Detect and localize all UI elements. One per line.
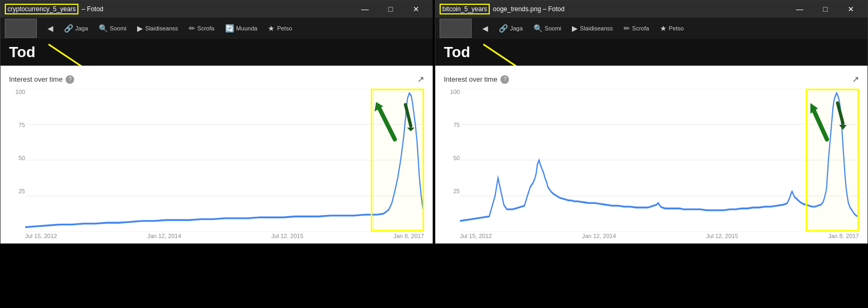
minimize-btn-left[interactable]: — <box>353 1 377 18</box>
tod-text-right: Tod <box>444 44 470 61</box>
toolbar-share-right[interactable]: 🔗Jaga <box>495 22 527 35</box>
y-axis-left: 100 75 50 25 <box>9 89 25 232</box>
svg-line-9 <box>379 107 395 139</box>
close-btn-right[interactable]: ✕ <box>839 1 863 18</box>
svg-marker-23 <box>839 125 847 130</box>
window-right: bitcoin_5_years ooge_trends.png – Fotod … <box>435 0 868 244</box>
titlebar-right: bitcoin_5_years ooge_trends.png – Fotod … <box>435 1 867 18</box>
toolbar-left: ◀ 🔗Jaga 🔍Soomi ▶Slaidiseanss ✏Scrofa 🔄Mu… <box>1 18 433 39</box>
share-chart-icon-right[interactable]: ↗ <box>852 74 859 84</box>
chart-title-right: Interest over time ? <box>444 75 509 84</box>
toolbar-edit-right[interactable]: ✏Scrofa <box>619 22 654 35</box>
chart-header-left: Interest over time ? ↗ <box>9 74 424 84</box>
titlebar-controls-right: — □ ✕ <box>787 1 863 18</box>
chart-svg-right <box>460 89 859 232</box>
toolbar-favorite-left[interactable]: ★Petso <box>264 22 296 35</box>
chart-area-left: Interest over time ? ↗ 100 75 50 25 <box>1 66 433 243</box>
thumbnail-left <box>5 19 37 38</box>
chart-area-right: Interest over time ? ↗ 100 75 50 25 <box>435 66 867 243</box>
chart-container-right: 100 75 50 25 <box>444 89 859 232</box>
minimize-btn-right[interactable]: — <box>787 1 812 18</box>
y-axis-right: 100 75 50 25 <box>444 89 460 232</box>
titlebar-left: cryptocurrency_5_years – Fotod — □ ✕ <box>1 1 433 18</box>
toolbar-favorite-right[interactable]: ★Petso <box>656 22 688 35</box>
title-rest-left: – Fotod <box>82 5 103 13</box>
toolbar-slideshow-right[interactable]: ▶Slaidiseanss <box>568 22 617 35</box>
toolbar-zoom-left[interactable]: 🔍Soomi <box>94 22 131 35</box>
toolbar-zoom-right[interactable]: 🔍Soomi <box>529 22 566 35</box>
chart-title-left: Interest over time ? <box>9 75 74 84</box>
thumbnail-right <box>440 19 472 38</box>
chart-header-right: Interest over time ? ↗ <box>444 74 859 84</box>
x-axis-left: Jul 15, 2012 Jan 12, 2014 Jul 12, 2015 J… <box>9 232 424 239</box>
chart-svg-left <box>25 89 424 232</box>
toolbar-share-left[interactable]: 🔗Jaga <box>60 22 92 35</box>
chart-container-left: 100 75 50 25 <box>9 89 424 232</box>
titlebar-controls-left: — □ ✕ <box>353 1 428 18</box>
svg-line-11 <box>405 105 411 126</box>
bottom-black-area <box>0 244 868 308</box>
toolbar-back-left[interactable]: ◀ <box>43 22 58 35</box>
tod-text-left: Tod <box>9 44 35 61</box>
svg-line-20 <box>814 110 827 139</box>
maximize-btn-right[interactable]: □ <box>813 1 838 18</box>
toolbar-back-right[interactable]: ◀ <box>478 22 492 35</box>
toolbar-convert-left[interactable]: 🔄Muunda <box>221 22 262 35</box>
chart-svg-container-left <box>25 89 424 232</box>
title-highlight-right: bitcoin_5_years <box>440 4 490 14</box>
window-left: cryptocurrency_5_years – Fotod — □ ✕ ◀ 🔗… <box>0 0 433 244</box>
toolbar-right: ◀ 🔗Jaga 🔍Soomi ▶Slaidiseanss ✏Scrofa ★Pe… <box>435 18 867 39</box>
chart-svg-container-right <box>460 89 859 232</box>
share-chart-icon-left[interactable]: ↗ <box>417 74 424 84</box>
toolbar-slideshow-left[interactable]: ▶Slaidiseanss <box>133 22 182 35</box>
maximize-btn-left[interactable]: □ <box>378 1 403 18</box>
title-rest-right: ooge_trends.png – Fotod <box>493 5 564 13</box>
titlebar-left-content: cryptocurrency_5_years – Fotod <box>5 4 103 14</box>
x-axis-right: Jul 15, 2012 Jan 12, 2014 Jul 12, 2015 J… <box>444 232 859 239</box>
svg-line-22 <box>838 103 843 123</box>
green-arrows-right <box>808 91 856 150</box>
titlebar-right-content: bitcoin_5_years ooge_trends.png – Fotod <box>440 4 564 14</box>
svg-marker-12 <box>407 128 415 131</box>
toolbar-edit-left[interactable]: ✏Scrofa <box>185 22 219 35</box>
green-arrows-left <box>373 91 421 150</box>
help-icon-right[interactable]: ? <box>500 75 509 84</box>
title-highlight-left: cryptocurrency_5_years <box>5 4 78 14</box>
help-icon-left[interactable]: ? <box>66 75 74 84</box>
close-btn-left[interactable]: ✕ <box>404 1 428 18</box>
tod-area-right: Tod <box>435 39 867 66</box>
tod-area-left: Tod <box>1 39 433 66</box>
